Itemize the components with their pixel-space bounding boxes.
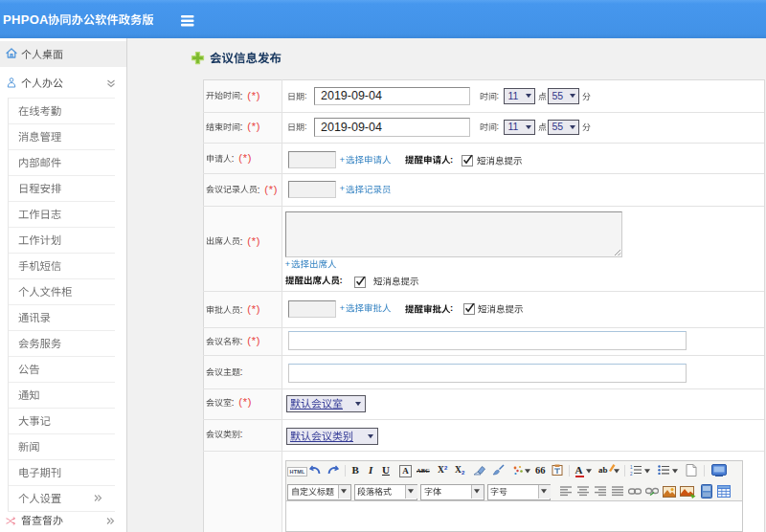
svg-text:2: 2: [630, 471, 633, 476]
svg-text:1: 1: [630, 465, 633, 470]
